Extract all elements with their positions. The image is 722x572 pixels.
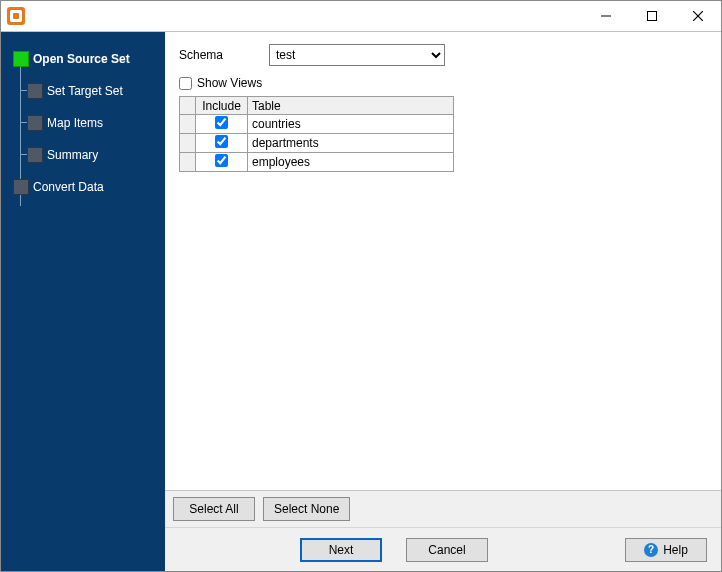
wizard-step-label: Map Items — [47, 116, 103, 130]
wizard-step-set-target-set[interactable]: Set Target Set — [7, 82, 159, 100]
table-row[interactable]: countries — [180, 115, 454, 134]
grid-corner — [180, 97, 196, 115]
wizard-step-summary[interactable]: Summary — [7, 146, 159, 164]
wizard-window: Open Source SetSet Target SetMap ItemsSu… — [0, 0, 722, 572]
minimize-button[interactable] — [583, 1, 629, 31]
row-header — [180, 115, 196, 134]
help-button[interactable]: ? Help — [625, 538, 707, 562]
table-row[interactable]: departments — [180, 134, 454, 153]
include-checkbox[interactable] — [215, 116, 228, 129]
tables-grid: Include Table countriesdepartmentsemploy… — [179, 96, 454, 172]
select-all-button[interactable]: Select All — [173, 497, 255, 521]
table-name-cell[interactable]: countries — [248, 115, 454, 134]
select-none-button[interactable]: Select None — [263, 497, 350, 521]
select-button-bar: Select All Select None — [165, 490, 721, 527]
grid-header-include[interactable]: Include — [196, 97, 248, 115]
row-header — [180, 134, 196, 153]
next-button[interactable]: Next — [300, 538, 382, 562]
close-button[interactable] — [675, 1, 721, 31]
include-checkbox[interactable] — [215, 154, 228, 167]
help-icon: ? — [644, 543, 658, 557]
table-name-cell[interactable]: employees — [248, 153, 454, 172]
titlebar — [1, 1, 721, 31]
include-cell[interactable] — [196, 115, 248, 134]
wizard-step-label: Convert Data — [33, 180, 104, 194]
wizard-step-label: Set Target Set — [47, 84, 123, 98]
include-cell[interactable] — [196, 153, 248, 172]
schema-label: Schema — [179, 48, 259, 62]
show-views-label[interactable]: Show Views — [197, 76, 262, 90]
wizard-button-bar: Next Cancel ? Help — [165, 527, 721, 571]
wizard-step-sidebar: Open Source SetSet Target SetMap ItemsSu… — [1, 32, 165, 571]
schema-select[interactable]: test — [269, 44, 445, 66]
table-name-cell[interactable]: departments — [248, 134, 454, 153]
maximize-button[interactable] — [629, 1, 675, 31]
wizard-step-open-source-set[interactable]: Open Source Set — [7, 50, 159, 68]
grid-header-table[interactable]: Table — [248, 97, 454, 115]
wizard-step-convert-data[interactable]: Convert Data — [7, 178, 159, 196]
app-icon — [7, 7, 25, 25]
cancel-button[interactable]: Cancel — [406, 538, 488, 562]
wizard-step-map-items[interactable]: Map Items — [7, 114, 159, 132]
include-cell[interactable] — [196, 134, 248, 153]
table-row[interactable]: employees — [180, 153, 454, 172]
row-header — [180, 153, 196, 172]
wizard-step-label: Summary — [47, 148, 98, 162]
include-checkbox[interactable] — [215, 135, 228, 148]
wizard-step-label: Open Source Set — [33, 52, 130, 66]
main-panel: Schema test Show Views — [165, 32, 721, 571]
svg-rect-1 — [648, 12, 657, 21]
show-views-checkbox[interactable] — [179, 77, 192, 90]
